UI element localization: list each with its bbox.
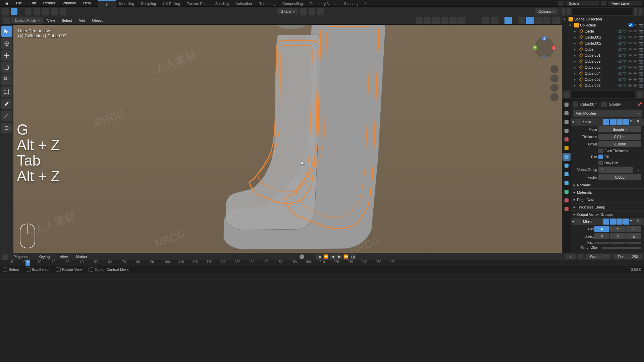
3d-viewport[interactable]: RRCG 人人素材 RRCG RRCG 人人素材 人人素材 RRCG RRCG xyxy=(13,25,562,253)
flip-x[interactable] xyxy=(594,242,609,244)
vis-2[interactable] xyxy=(424,17,431,24)
gizmo-toggle-icon[interactable] xyxy=(482,17,489,24)
tab-compositing[interactable]: Compositing xyxy=(279,0,306,7)
frame-start[interactable]: Start 1 xyxy=(586,254,611,259)
tab-layout[interactable]: Layout xyxy=(98,0,116,7)
axis-x[interactable]: X xyxy=(594,226,609,232)
menu-file[interactable]: File xyxy=(13,0,25,6)
nav-pan-icon[interactable] xyxy=(550,74,558,82)
proportional-icon[interactable] xyxy=(317,8,324,15)
add-modifier-button[interactable]: Add Modifier xyxy=(573,110,642,117)
solidify-header[interactable]: ▾ Solid... ▾ ✕ xyxy=(571,118,644,126)
outliner-display-mode[interactable] xyxy=(562,8,566,15)
solidify-offset[interactable]: -1.0000 xyxy=(598,141,641,147)
axis-y[interactable]: Y xyxy=(610,226,625,232)
flip-y[interactable] xyxy=(610,242,625,244)
shading-matprev[interactable] xyxy=(535,17,542,24)
mirror-header[interactable]: ▾ Mirror ▾ ✕ xyxy=(571,218,644,225)
outliner-item[interactable]: ▸Circle.002⛓▽👁👁📷 xyxy=(562,40,644,46)
jump-start[interactable]: ⏮ xyxy=(316,254,322,260)
orientation-dropdown[interactable]: Global xyxy=(277,8,298,14)
ptab-object[interactable] xyxy=(562,144,571,152)
outliner-item[interactable]: ▸Cube.006⛓▽👁👁📷 xyxy=(562,82,644,88)
outliner-item[interactable]: ▸Cube.003⛓▽👁👁📷 xyxy=(562,64,644,70)
shading-options-icon[interactable] xyxy=(552,17,560,24)
onlyrim-check[interactable] xyxy=(598,161,603,165)
mirror-vis-1[interactable] xyxy=(603,219,609,225)
snap-mode-4[interactable] xyxy=(51,8,58,15)
outliner-item[interactable]: ▸Cube.005⛓▽👁👁📷 xyxy=(562,76,644,82)
tool-measure[interactable] xyxy=(1,111,12,121)
properties-search[interactable] xyxy=(571,91,635,98)
tool-annotate[interactable] xyxy=(1,99,12,109)
workspace-add[interactable]: + xyxy=(362,0,369,7)
tab-shading[interactable]: Shading xyxy=(212,0,232,7)
playback-menu[interactable]: Playback xyxy=(11,254,33,259)
tool-cursor[interactable] xyxy=(1,38,12,49)
even-thickness-check[interactable] xyxy=(598,148,603,153)
viewlayer-icon[interactable] xyxy=(601,1,606,6)
editor-type-icon[interactable] xyxy=(3,17,10,24)
outliner-filter-toggle[interactable] xyxy=(634,8,637,15)
outliner-item[interactable]: ▸Cube.002⛓▽👁👁📷 xyxy=(562,58,644,64)
tool-transform[interactable] xyxy=(1,86,12,97)
autokey-icon[interactable] xyxy=(300,254,304,259)
section-normals[interactable]: ▸ Normals xyxy=(571,181,644,188)
timeline-ruler[interactable]: 4 -1001020304050607080901001101201301401… xyxy=(0,260,644,266)
factor-field[interactable]: 0.000 xyxy=(598,174,641,180)
timeline-editor-icon[interactable] xyxy=(2,254,8,260)
keying-menu[interactable]: Keying xyxy=(36,254,55,259)
solid-vis-3[interactable] xyxy=(616,119,623,125)
menu-edit[interactable]: Edit xyxy=(26,0,39,6)
mirror-delete[interactable]: ✕ xyxy=(637,219,643,225)
ptab-data[interactable] xyxy=(562,188,571,196)
ptab-particles[interactable] xyxy=(562,162,571,170)
menu-render[interactable]: Render xyxy=(40,0,59,6)
viewport-menu-select[interactable]: Select xyxy=(59,17,75,23)
solid-vis-2[interactable] xyxy=(610,119,616,125)
shading-rendered[interactable] xyxy=(543,17,550,24)
tool-addcube[interactable] xyxy=(1,123,12,133)
menu-help[interactable]: Help xyxy=(80,0,94,6)
tab-scripting[interactable]: Scripting xyxy=(341,0,362,7)
ptab-scene[interactable] xyxy=(562,127,571,135)
outliner-new-collection[interactable] xyxy=(639,8,642,15)
properties-options-icon[interactable] xyxy=(637,92,643,98)
solidify-mode[interactable]: Simple xyxy=(598,126,641,132)
tool-select-box[interactable] xyxy=(1,26,12,37)
marker-menu[interactable]: Marker xyxy=(73,254,90,259)
solid-vis-4[interactable] xyxy=(623,119,629,125)
viewport-menu-add[interactable]: Add xyxy=(76,17,88,23)
outliner-item[interactable]: ▸Cube.004⛓▽👁👁📷 xyxy=(562,70,644,76)
vis-3[interactable] xyxy=(432,17,440,24)
tab-rendering[interactable]: Rendering xyxy=(255,0,279,7)
fill-check[interactable] xyxy=(598,155,603,159)
mirror-vis-3[interactable] xyxy=(616,219,623,225)
section-outvg[interactable]: ▸ Output Vertex Groups xyxy=(571,210,644,218)
axis-z[interactable]: Z xyxy=(626,226,641,232)
viewlayer-field[interactable]: View Layer xyxy=(608,1,642,6)
menu-window[interactable]: Window xyxy=(59,0,79,6)
snap-mode-3[interactable] xyxy=(42,8,49,15)
ptab-viewlayer[interactable] xyxy=(562,118,571,126)
outliner-scene-collection[interactable]: ▾ Scene Collection xyxy=(562,16,644,22)
solid-dropdown[interactable]: ▾ xyxy=(630,119,636,125)
solidify-thickness[interactable]: 0.01 m xyxy=(598,134,641,140)
shading-wireframe[interactable] xyxy=(518,17,525,24)
tab-texturepaint[interactable]: Texture Paint xyxy=(183,0,212,7)
mirror-object-field[interactable] xyxy=(602,247,641,249)
nav-gizmo[interactable]: Y X Z xyxy=(531,34,558,61)
vis-1[interactable] xyxy=(416,17,423,24)
tab-geometrynodes[interactable]: Geometry Nodes xyxy=(306,0,341,7)
nav-perspective-icon[interactable] xyxy=(550,93,558,101)
scene-icon[interactable] xyxy=(558,1,564,6)
vis-4[interactable] xyxy=(441,17,448,24)
solid-vis-1[interactable] xyxy=(603,119,609,125)
nav-zoom-icon[interactable] xyxy=(550,65,558,73)
section-materials[interactable]: ▸ Materials xyxy=(571,188,644,196)
outliner-item[interactable]: ▸Circle.001⛓▽👁👁📷 xyxy=(562,34,644,40)
vis-search-icon[interactable] xyxy=(458,17,465,24)
vertex-group-field[interactable]: ⊞ xyxy=(598,167,633,173)
vis-5[interactable] xyxy=(449,17,457,24)
properties-editor-icon[interactable] xyxy=(564,92,570,98)
